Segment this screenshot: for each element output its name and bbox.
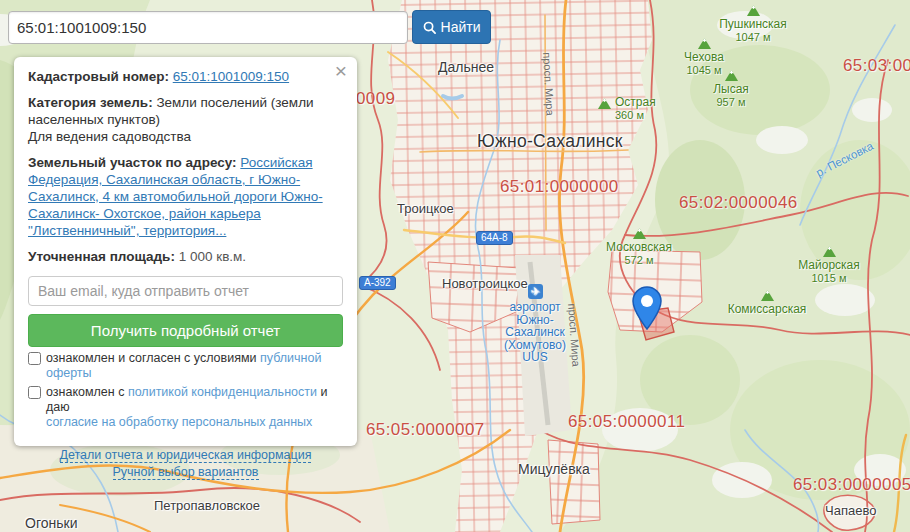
- road-badge: А-392: [359, 276, 396, 290]
- email-field[interactable]: [28, 276, 343, 306]
- close-icon[interactable]: ×: [335, 61, 347, 81]
- consent-link-row: согласие на обработку персональных данны…: [46, 415, 343, 430]
- mountain-icon: [598, 98, 611, 109]
- report-details-link[interactable]: Детали отчета и юридическая информация: [60, 448, 312, 463]
- map-label-place: Дальнее: [438, 59, 494, 75]
- cadastral-zone-number: 65:05:0000011: [568, 412, 685, 432]
- get-report-button[interactable]: Получить подробный отчет: [28, 314, 343, 347]
- map-label-place: Троицкое: [397, 201, 454, 216]
- peak-label: Майорская 1015 м: [779, 246, 879, 284]
- offer-checkbox-row: ознакомлен и согласен с условиями публич…: [28, 351, 343, 381]
- cadastral-zone-number: 65:02:0000046: [679, 193, 798, 213]
- map-label-place: Мицулёвка: [518, 461, 590, 477]
- road-badge: 64А-8: [476, 231, 513, 245]
- peak-label: Лысая 957 м: [687, 70, 775, 108]
- map-label-place: Огоньки: [25, 515, 77, 531]
- personal-data-consent-link[interactable]: согласие на обработку персональных данны…: [46, 415, 312, 429]
- mountain-icon: [633, 228, 646, 239]
- map-label-place: Петропавловское: [154, 498, 260, 513]
- cadastral-number-link[interactable]: 65:01:1001009:150: [173, 69, 289, 84]
- cadastral-map-app: { "search": { "value": "65:01:1001009:15…: [0, 0, 910, 532]
- category-row: Категория земель: Земли поселений (земли…: [28, 94, 343, 145]
- search-icon: [423, 21, 436, 34]
- find-button[interactable]: Найти: [412, 10, 491, 44]
- map-label-city: Южно-Сахалинск: [477, 131, 623, 152]
- cadastral-zone-number: 65:01:0000000: [500, 177, 619, 197]
- offer-checkbox[interactable]: [28, 352, 41, 365]
- location-pin[interactable]: [632, 286, 662, 330]
- map-label-place: Чапаево: [825, 503, 876, 518]
- area-row: Уточненная площадь: 1 000 кв.м.: [28, 248, 343, 265]
- privacy-checkbox-row: ознакомлен с политикой конфиденциальност…: [28, 385, 343, 415]
- mountain-icon: [823, 246, 836, 257]
- card-footer-links: Детали отчета и юридическая информация Р…: [28, 447, 343, 481]
- privacy-policy-link[interactable]: политикой конфиденциальности: [128, 385, 317, 399]
- peak-label: Комиссарская: [717, 290, 817, 316]
- manual-selection-link[interactable]: Ручной выбор вариантов: [113, 465, 259, 480]
- search-input[interactable]: [8, 11, 408, 44]
- cadastral-zone-number: 0009: [356, 89, 395, 109]
- address-row: Земельный участок по адресу: Российская …: [28, 154, 343, 239]
- mountain-icon: [747, 5, 760, 16]
- cadastral-zone-number: 65:03:0000005: [793, 475, 910, 495]
- privacy-checkbox[interactable]: [28, 386, 41, 399]
- peak-label: Острая 360 м: [598, 95, 656, 121]
- mountain-icon: [761, 290, 774, 301]
- cadastral-zone-number: 65:05:0000007: [366, 420, 485, 440]
- parcel-info-card: × Кадастровый номер: 65:01:1001009:150 К…: [14, 57, 357, 446]
- mountain-icon: [725, 70, 738, 81]
- cadastral-zone-number: 65:03:00: [843, 56, 910, 76]
- cadastral-number-row: Кадастровый номер: 65:01:1001009:150: [28, 68, 343, 85]
- airport-label: ✈ аэропорт Южно- Сахалинск (Хомутово) UU…: [495, 284, 575, 364]
- peak-label: Московская 572 м: [589, 228, 689, 266]
- airport-icon: ✈: [528, 284, 543, 299]
- mountain-icon: [698, 38, 711, 49]
